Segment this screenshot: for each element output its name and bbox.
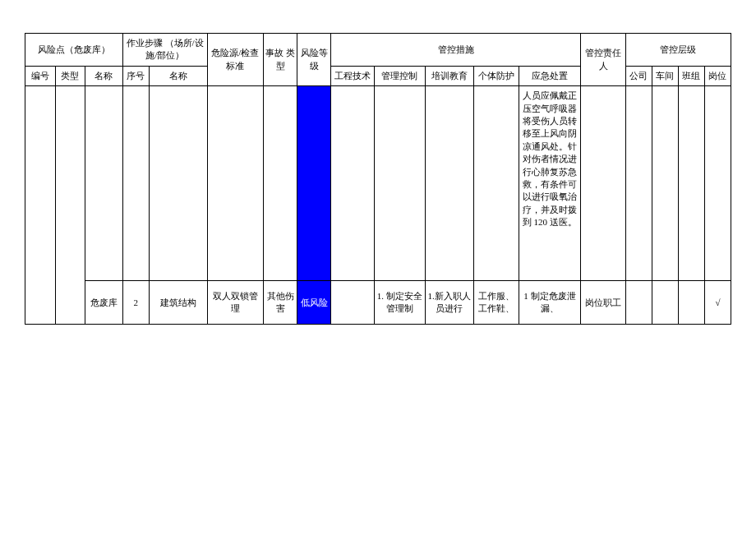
header-mgmt: 管理控制 xyxy=(374,66,425,85)
header-risk-level: 风险等 级 xyxy=(297,34,331,86)
cell-workshop xyxy=(652,86,678,281)
header-step-name: 名称 xyxy=(149,66,207,85)
header-emerg: 应急处置 xyxy=(519,66,580,85)
header-post: 岗位 xyxy=(704,66,731,85)
cell-seq: 2 xyxy=(122,281,149,325)
cell-responsible xyxy=(581,86,626,281)
cell-step-name xyxy=(149,86,207,281)
header-responsible: 管控责任人 xyxy=(581,34,626,86)
cell-eng xyxy=(331,281,375,325)
cell-responsible: 岗位职工 xyxy=(581,281,626,325)
cell-emerg-continuation: 人员应佩戴正压空气呼吸器将受伤人员转移至上风向阴凉通风处。针对伤者情况进行心肺复… xyxy=(519,86,580,281)
cell-team xyxy=(678,281,704,325)
cell-accident xyxy=(264,86,297,281)
cell-step-name: 建筑结构 xyxy=(149,281,207,325)
cell-company xyxy=(625,86,652,281)
cell-workshop xyxy=(652,281,678,325)
cell-name xyxy=(85,86,123,281)
header-team: 班组 xyxy=(678,66,704,85)
cell-ppe xyxy=(473,86,519,281)
header-hazard-std: 危险源/检查 标准 xyxy=(207,34,264,86)
cell-train: 1.新入职人员进行 xyxy=(425,281,473,325)
cell-mgmt xyxy=(374,86,425,281)
header-control-measure: 管控措施 xyxy=(331,34,581,67)
cell-eng xyxy=(331,86,375,281)
header-work-step: 作业步骤 （场所/设施/部位） xyxy=(122,34,207,67)
header-seq: 序号 xyxy=(122,66,149,85)
header-name: 名称 xyxy=(85,66,123,85)
cell-hazard: 双人双锁管理 xyxy=(207,281,264,325)
header-eng: 工程技术 xyxy=(331,66,375,85)
cell-accident: 其他伤害 xyxy=(264,281,297,325)
cell-company xyxy=(625,281,652,325)
header-type: 类型 xyxy=(55,66,85,85)
table-row: 人员应佩戴正压空气呼吸器将受伤人员转移至上风向阴凉通风处。针对伤者情况进行心肺复… xyxy=(25,86,731,281)
cell-id xyxy=(25,86,56,325)
cell-ppe: 工作服、工作鞋、 xyxy=(473,281,519,325)
cell-type xyxy=(55,86,85,325)
header-control-level: 管控层级 xyxy=(625,34,731,67)
cell-emerg: 1 制定危废泄漏、 xyxy=(519,281,580,325)
cell-mgmt: 1. 制定安全管理制 xyxy=(374,281,425,325)
header-id: 编号 xyxy=(25,66,56,85)
header-risk-point: 风险点（危废库） xyxy=(25,34,123,67)
cell-name: 危废库 xyxy=(85,281,123,325)
cell-risk-level: 低风险 xyxy=(297,281,331,325)
cell-team xyxy=(678,86,704,281)
header-accident-type: 事故 类型 xyxy=(264,34,297,86)
header-workshop: 车间 xyxy=(652,66,678,85)
cell-risk-level xyxy=(297,86,331,281)
cell-post xyxy=(704,86,731,281)
header-ppe: 个体防护 xyxy=(473,66,519,85)
header-train: 培训教育 xyxy=(425,66,473,85)
cell-seq xyxy=(122,86,149,281)
cell-post: √ xyxy=(704,281,731,325)
cell-hazard xyxy=(207,86,264,281)
table-row: 危废库 2 建筑结构 双人双锁管理 其他伤害 低风险 1. 制定安全管理制 1.… xyxy=(25,281,731,325)
risk-control-table: 风险点（危废库） 作业步骤 （场所/设施/部位） 危险源/检查 标准 事故 类型… xyxy=(25,33,731,325)
header-company: 公司 xyxy=(625,66,652,85)
cell-train xyxy=(425,86,473,281)
